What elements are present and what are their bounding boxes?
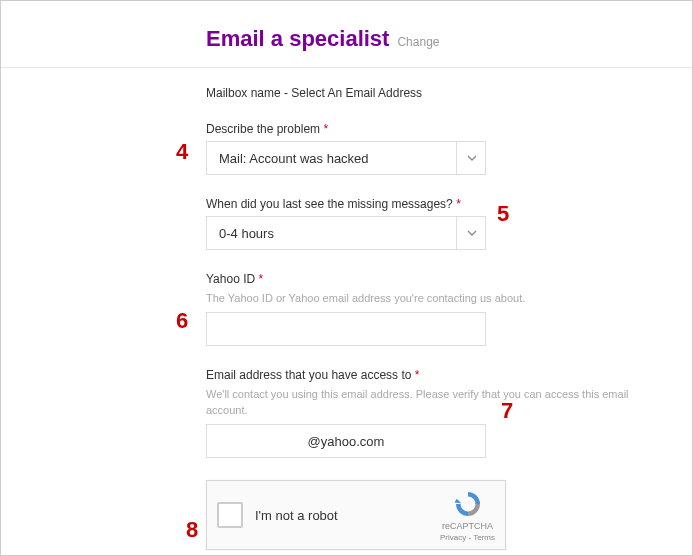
yahooid-label: Yahoo ID * [206,272,642,286]
lastseen-label: When did you last see the missing messag… [206,197,642,211]
problem-label-text: Describe the problem [206,122,320,136]
required-indicator: * [456,197,461,211]
annotation-8: 8 [186,517,198,543]
problem-select[interactable]: Mail: Account was hacked [206,141,486,175]
problem-select-value: Mail: Account was hacked [219,151,369,166]
required-indicator: * [259,272,264,286]
email-input[interactable] [206,424,486,458]
yahooid-input[interactable] [206,312,486,346]
yahooid-help: The Yahoo ID or Yahoo email address you'… [206,291,642,306]
problem-label: Describe the problem * [206,122,642,136]
field-last-seen: When did you last see the missing messag… [206,197,642,250]
field-describe-problem: Describe the problem * Mail: Account was… [206,122,642,175]
recaptcha-links[interactable]: Privacy - Terms [440,533,495,542]
recaptcha-widget: I'm not a robot reCAPTCHA Privacy - Term… [206,480,506,550]
annotation-5: 5 [497,201,509,227]
recaptcha-brand: reCAPTCHA Privacy - Terms [440,489,495,542]
annotation-6: 6 [176,308,188,334]
email-label: Email address that you have access to * [206,368,642,382]
form-container: Mailbox name - Select An Email Address D… [206,68,642,556]
lastseen-select[interactable]: 0-4 hours [206,216,486,250]
recaptcha-brand-text: reCAPTCHA [442,521,493,531]
svg-marker-0 [454,498,461,503]
field-yahoo-id: Yahoo ID * The Yahoo ID or Yahoo email a… [206,272,642,346]
recaptcha-icon [453,489,483,519]
required-indicator: * [323,122,328,136]
field-email-access: Email address that you have access to * … [206,368,642,458]
page-title: Email a specialist [206,26,389,52]
yahooid-label-text: Yahoo ID [206,272,255,286]
required-indicator: * [415,368,420,382]
recaptcha-label: I'm not a robot [255,508,440,523]
page-header: Email a specialist Change [1,1,692,68]
recaptcha-checkbox[interactable] [217,502,243,528]
annotation-4: 4 [176,139,188,165]
email-label-text: Email address that you have access to [206,368,411,382]
email-help: We'll contact you using this email addre… [206,387,642,418]
change-link[interactable]: Change [397,35,439,49]
mailbox-name-text: Mailbox name - Select An Email Address [206,86,642,100]
annotation-7: 7 [501,398,513,424]
lastseen-select-value: 0-4 hours [219,226,274,241]
lastseen-label-text: When did you last see the missing messag… [206,197,453,211]
